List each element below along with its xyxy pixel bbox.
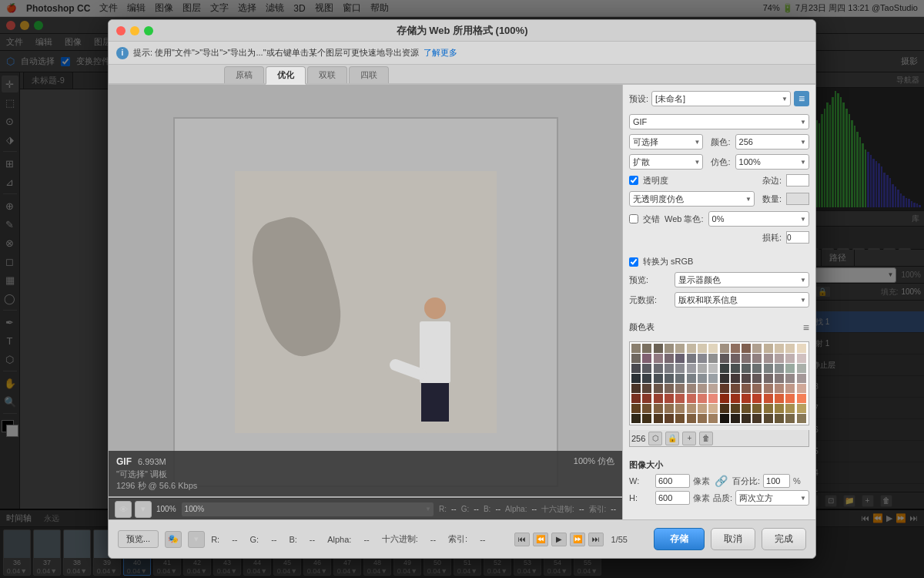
color-cell[interactable] [731,394,740,403]
color-cell[interactable] [631,414,641,423]
color-cell[interactable] [687,414,696,423]
color-cell[interactable] [687,404,696,413]
color-cell[interactable] [654,354,663,363]
noise-input[interactable] [786,174,809,187]
dither-pct-select[interactable]: 100% [735,154,809,170]
color-cell[interactable] [775,414,784,423]
color-cell[interactable] [654,374,663,383]
color-cell[interactable] [731,344,740,353]
color-cell[interactable] [665,344,674,353]
color-cell[interactable] [631,344,641,353]
color-cell[interactable] [675,364,685,373]
color-cell[interactable] [698,414,707,423]
color-cell[interactable] [797,364,806,373]
color-cell[interactable] [742,354,751,363]
color-cell[interactable] [698,394,707,403]
web-snap-select[interactable]: 0% [708,211,809,227]
color-cell[interactable] [764,344,773,353]
color-cell[interactable] [731,404,740,413]
color-cell[interactable] [775,394,784,403]
play-forward-btn[interactable]: ⏭ [588,533,604,546]
color-cell[interactable] [631,354,641,363]
color-cell[interactable] [752,364,762,373]
color-cell[interactable] [742,384,751,393]
color-cell[interactable] [687,394,696,403]
color-cell[interactable] [785,414,795,423]
color-cell[interactable] [764,384,773,393]
alpha-dither-select[interactable]: 无透明度仿色 [629,191,755,207]
color-cell[interactable] [775,344,784,353]
ct-lock-btn[interactable]: 🔒 [665,432,679,445]
color-cell[interactable] [752,344,762,353]
srgb-checkbox[interactable] [629,257,638,267]
format-select[interactable]: GIF [629,114,809,129]
color-cell[interactable] [675,384,685,393]
color-cell[interactable] [752,404,762,413]
height-input[interactable] [655,491,690,505]
color-cell[interactable] [764,364,773,373]
metadata-select[interactable]: 版权和联系信息 [675,292,809,307]
play-next-btn[interactable]: ⏩ [570,533,585,546]
color-cell[interactable] [752,394,762,403]
color-cell[interactable] [731,384,740,393]
color-cell[interactable] [785,344,795,353]
color-cell[interactable] [675,374,685,383]
color-cell[interactable] [675,344,685,353]
color-cell[interactable] [665,414,674,423]
color-cell[interactable] [785,354,795,363]
dialog-maximize-button[interactable] [144,26,153,35]
color-cell[interactable] [708,404,718,413]
color-cell[interactable] [752,374,762,383]
dither-select[interactable]: 扩散 [629,154,703,170]
color-cell[interactable] [731,374,740,383]
zoom-select[interactable]: 100% [181,502,434,517]
dialog-close-button[interactable] [116,26,126,35]
color-cell[interactable] [764,394,773,403]
color-cell[interactable] [665,374,674,383]
color-cell[interactable] [742,374,751,383]
color-cell[interactable] [752,384,762,393]
color-cell[interactable] [720,354,729,363]
color-cell[interactable] [698,364,707,373]
color-cell[interactable] [742,394,751,403]
color-cell[interactable] [698,374,707,383]
color-cell[interactable] [764,374,773,383]
color-mode-select[interactable]: 可选择 [629,134,703,150]
color-cell[interactable] [708,354,718,363]
dialog-minimize-button[interactable] [130,26,139,35]
color-cell[interactable] [797,344,806,353]
color-cell[interactable] [752,414,762,423]
preset-menu-btn[interactable]: ≡ [794,91,809,106]
tab-optimized[interactable]: 优化 [266,66,306,85]
color-cell[interactable] [675,394,685,403]
ct-delete-btn[interactable]: 🗑 [699,432,713,445]
color-cell[interactable] [642,384,651,393]
color-cell[interactable] [797,414,806,423]
color-cell[interactable] [675,414,685,423]
color-cell[interactable] [675,404,685,413]
color-cell[interactable] [654,414,663,423]
color-cell[interactable] [764,404,773,413]
color-cell[interactable] [720,394,729,403]
color-cell[interactable] [708,394,718,403]
color-cell[interactable] [720,384,729,393]
color-cell[interactable] [742,414,751,423]
color-cell[interactable] [775,374,784,383]
color-table-menu-btn[interactable]: ≡ [803,321,809,334]
color-cell[interactable] [785,394,795,403]
color-cell[interactable] [631,384,641,393]
color-cell[interactable] [708,364,718,373]
color-cell[interactable] [654,384,663,393]
done-button[interactable]: 完成 [762,528,806,550]
save-button[interactable]: 存储 [654,528,705,550]
color-cell[interactable] [775,404,784,413]
bottom-toggle-btn[interactable]: 🎭 [165,531,182,548]
color-cell[interactable] [752,354,762,363]
color-cell[interactable] [642,344,651,353]
color-cell[interactable] [642,374,651,383]
interlace-checkbox[interactable] [629,214,638,223]
color-count-select[interactable]: 256 [735,134,809,150]
tab-4up[interactable]: 四联 [349,66,389,83]
color-cell[interactable] [654,404,663,413]
color-cell[interactable] [665,384,674,393]
